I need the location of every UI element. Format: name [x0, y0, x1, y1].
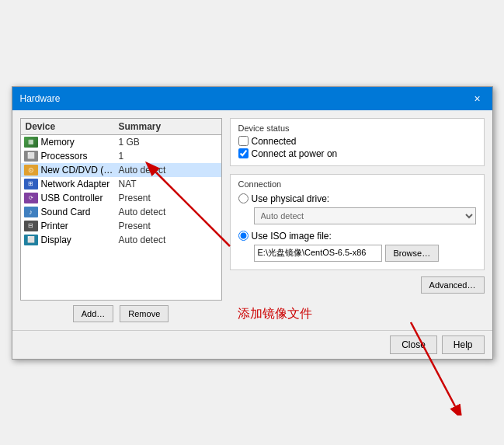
device-summary-cdvd: Auto detect: [119, 165, 218, 176]
dialog-title: Hardware: [20, 93, 61, 104]
connect-power-label: Connect at power on: [252, 148, 338, 159]
device-status-title: Device status: [238, 123, 476, 133]
iso-radio[interactable]: [238, 231, 249, 241]
iso-path-input[interactable]: [254, 245, 382, 262]
remove-button[interactable]: Remove: [120, 305, 169, 322]
col-device-header: Device: [26, 121, 119, 132]
advanced-button[interactable]: Advanced…: [421, 276, 485, 294]
physical-drive-radio[interactable]: [238, 193, 249, 203]
device-name-display: Display: [41, 235, 119, 245]
device-row-cdvd[interactable]: ⊙ New CD/DVD (… Auto detect: [21, 163, 221, 177]
annotation-arrow-down: [399, 315, 469, 415]
add-button[interactable]: Add…: [73, 305, 114, 322]
table-header: Device Summary: [21, 119, 221, 135]
connect-power-checkbox[interactable]: [238, 148, 249, 158]
device-name-printer: Printer: [41, 221, 119, 231]
device-name-network: Network Adapter: [41, 179, 119, 189]
device-summary-processors: 1: [119, 151, 218, 162]
device-row-usb[interactable]: ⟳ USB Controller Present: [21, 191, 221, 205]
connected-row: Connected: [238, 136, 476, 147]
physical-drive-label: Use physical drive:: [252, 193, 330, 204]
physical-drive-row: Use physical drive:: [238, 193, 476, 204]
connection-title: Connection: [238, 179, 476, 189]
connected-checkbox[interactable]: [238, 136, 249, 146]
iso-input-row: Browse…: [254, 245, 476, 262]
iso-label: Use ISO image file:: [252, 231, 332, 242]
device-icon-processors: ⬜: [24, 151, 38, 162]
close-window-button[interactable]: ×: [471, 92, 485, 106]
device-icon-display: ⬜: [24, 235, 38, 245]
device-row-network[interactable]: ⊞ Network Adapter NAT: [21, 177, 221, 191]
dialog-body: Device Summary ▦ Memory 1 GB ⬜ Processor…: [12, 110, 492, 330]
title-bar: Hardware ×: [12, 87, 492, 110]
left-panel: Device Summary ▦ Memory 1 GB ⬜ Processor…: [20, 118, 222, 322]
device-row-processors[interactable]: ⬜ Processors 1: [21, 149, 221, 163]
device-name-usb: USB Controller: [41, 193, 119, 203]
physical-drive-select[interactable]: Auto detect: [254, 207, 476, 224]
left-buttons: Add… Remove: [20, 305, 222, 322]
device-row-display[interactable]: ⬜ Display Auto detect: [21, 233, 221, 247]
device-summary-network: NAT: [119, 179, 218, 189]
hardware-dialog: Hardware × Device Summary ▦ Memory 1 GB …: [12, 86, 493, 360]
device-name-memory: Memory: [41, 137, 119, 148]
drive-select-row: Auto detect: [254, 207, 476, 224]
device-table: Device Summary ▦ Memory 1 GB ⬜ Processor…: [20, 118, 222, 301]
browse-button[interactable]: Browse…: [385, 245, 440, 262]
device-row-printer[interactable]: ⊟ Printer Present: [21, 219, 221, 233]
device-name-sound: Sound Card: [41, 207, 119, 217]
device-name-cdvd: New CD/DVD (…: [41, 165, 119, 176]
connect-power-row: Connect at power on: [238, 148, 476, 159]
connected-label: Connected: [252, 136, 297, 147]
iso-file-row: Use ISO image file:: [238, 231, 476, 242]
device-icon-sound: ♪: [24, 207, 38, 217]
device-summary-sound: Auto detect: [119, 207, 218, 217]
device-status-group: Device status Connected Connect at power…: [230, 118, 485, 166]
device-row-memory[interactable]: ▦ Memory 1 GB: [21, 135, 221, 149]
right-panel: Device status Connected Connect at power…: [230, 118, 485, 322]
advanced-row: Advanced…: [230, 276, 485, 294]
device-icon-memory: ▦: [24, 137, 38, 148]
device-list: ▦ Memory 1 GB ⬜ Processors 1 ⊙ New CD/DV…: [21, 135, 221, 247]
device-row-sound[interactable]: ♪ Sound Card Auto detect: [21, 205, 221, 219]
device-icon-usb: ⟳: [24, 193, 38, 203]
device-summary-memory: 1 GB: [119, 137, 218, 148]
device-icon-cdvd: ⊙: [24, 165, 38, 176]
device-summary-printer: Present: [119, 221, 218, 231]
col-summary-header: Summary: [119, 121, 217, 132]
device-name-processors: Processors: [41, 151, 119, 162]
device-icon-network: ⊞: [24, 179, 38, 189]
device-icon-printer: ⊟: [24, 221, 38, 231]
svg-line-1: [411, 322, 455, 406]
connection-group: Connection Use physical drive: Auto dete…: [230, 174, 485, 270]
device-summary-usb: Present: [119, 193, 218, 203]
device-summary-display: Auto detect: [119, 235, 218, 245]
